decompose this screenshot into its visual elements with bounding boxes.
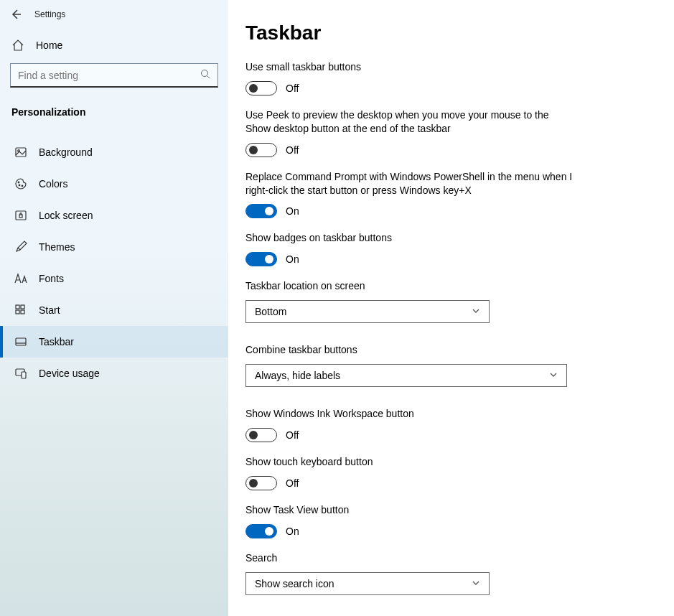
- main-content: Taskbar Use small taskbar buttonsOffUse …: [228, 0, 674, 616]
- search-icon: [200, 69, 210, 81]
- toggle-switch[interactable]: [245, 476, 277, 490]
- app-title: Settings: [34, 9, 65, 19]
- svg-rect-11: [21, 310, 24, 314]
- sidebar-item-label: Background: [39, 146, 93, 158]
- toggle-state-label: Off: [286, 144, 299, 156]
- svg-rect-10: [16, 310, 19, 314]
- toggle-state-label: Off: [286, 429, 299, 441]
- page-title: Taskbar: [245, 22, 674, 45]
- sidebar-item-start[interactable]: Start: [0, 294, 228, 326]
- home-icon: [11, 39, 24, 52]
- toggle-switch[interactable]: [245, 524, 277, 538]
- setting-block: Show Windows Ink Workspace buttonOff: [245, 407, 576, 442]
- svg-point-3: [18, 182, 19, 183]
- lock-icon: [14, 209, 27, 222]
- svg-point-0: [202, 70, 208, 77]
- dropdown-value: Always, hide labels: [255, 370, 340, 381]
- search-wrap: [0, 59, 228, 88]
- toggle-state-label: Off: [286, 477, 299, 489]
- sidebar-item-label: Fonts: [39, 273, 64, 284]
- setting-block: Show Task View buttonOn: [245, 503, 576, 538]
- svg-rect-8: [16, 305, 19, 309]
- taskbar-icon: [14, 335, 27, 348]
- sidebar-item-label: Device usage: [39, 368, 100, 379]
- setting-block: Show badges on taskbar buttonsOn: [245, 231, 576, 266]
- toggle-state-label: On: [286, 205, 299, 217]
- sidebar-item-background[interactable]: Background: [0, 136, 228, 168]
- sidebar: Settings Home Personalization Background…: [0, 0, 228, 616]
- toggle-switch[interactable]: [245, 204, 277, 218]
- titlebar: Settings: [0, 0, 228, 29]
- svg-rect-15: [22, 372, 26, 378]
- palette-icon: [14, 177, 27, 190]
- setting-label: Replace Command Prompt with Windows Powe…: [245, 170, 576, 197]
- setting-label: Use small taskbar buttons: [245, 60, 576, 74]
- toggle-switch[interactable]: [245, 81, 277, 95]
- dropdown-value: Show search icon: [255, 578, 334, 589]
- toggle-state-label: On: [286, 253, 299, 265]
- setting-block: Replace Command Prompt with Windows Powe…: [245, 170, 576, 219]
- dropdown-value: Bottom: [255, 306, 286, 317]
- nav-list: BackgroundColorsLock screenThemesFontsSt…: [0, 123, 228, 389]
- sidebar-item-label: Taskbar: [39, 336, 74, 347]
- sidebar-item-label: Themes: [39, 241, 75, 253]
- svg-rect-12: [16, 338, 26, 345]
- toggle-switch[interactable]: [245, 252, 277, 266]
- setting-block: Combine taskbar buttonsAlways, hide labe…: [245, 343, 576, 387]
- device-icon: [14, 367, 27, 380]
- setting-label: Show Task View button: [245, 503, 576, 517]
- dropdown[interactable]: Always, hide labels: [245, 364, 567, 387]
- svg-rect-7: [19, 215, 22, 218]
- setting-block: Use Peek to preview the desktop when you…: [245, 108, 576, 157]
- search-box[interactable]: [10, 63, 218, 88]
- brush-icon: [14, 241, 27, 253]
- sidebar-item-label: Lock screen: [39, 210, 93, 221]
- setting-label: Show badges on taskbar buttons: [245, 231, 576, 245]
- toggle-state-label: Off: [286, 83, 299, 94]
- dropdown[interactable]: Show search icon: [245, 572, 490, 595]
- setting-block: SearchShow search icon: [245, 551, 576, 595]
- picture-icon: [14, 146, 27, 159]
- svg-point-5: [22, 185, 23, 187]
- search-input[interactable]: [18, 70, 191, 81]
- sidebar-home[interactable]: Home: [0, 29, 228, 59]
- toggle-state-label: On: [286, 526, 299, 537]
- svg-rect-6: [16, 211, 26, 220]
- fonts-icon: [14, 272, 27, 285]
- category-header: Personalization: [0, 88, 228, 123]
- toggle-switch[interactable]: [245, 143, 277, 157]
- chevron-down-icon: [472, 306, 480, 317]
- setting-block: Use small taskbar buttonsOff: [245, 60, 576, 95]
- setting-label: Show touch keyboard button: [245, 455, 576, 469]
- sidebar-item-device-usage[interactable]: Device usage: [0, 358, 228, 389]
- sidebar-item-fonts[interactable]: Fonts: [0, 263, 228, 294]
- svg-point-4: [19, 185, 20, 186]
- sidebar-home-label: Home: [36, 39, 62, 51]
- sidebar-item-taskbar[interactable]: Taskbar: [0, 326, 228, 358]
- chevron-down-icon: [549, 370, 558, 381]
- setting-label: Combine taskbar buttons: [245, 343, 576, 357]
- dropdown[interactable]: Bottom: [245, 300, 490, 323]
- sidebar-item-label: Start: [39, 304, 60, 316]
- svg-rect-9: [21, 305, 24, 309]
- back-button[interactable]: [10, 9, 22, 20]
- setting-block: Taskbar location on screenBottom: [245, 279, 576, 323]
- sidebar-item-label: Colors: [39, 178, 67, 190]
- setting-label: Taskbar location on screen: [245, 279, 576, 293]
- sidebar-item-colors[interactable]: Colors: [0, 168, 228, 200]
- chevron-down-icon: [472, 578, 480, 589]
- start-icon: [14, 304, 27, 317]
- setting-label: Search: [245, 551, 576, 565]
- toggle-switch[interactable]: [245, 428, 277, 442]
- sidebar-item-lock-screen[interactable]: Lock screen: [0, 200, 228, 231]
- setting-block: Show touch keyboard buttonOff: [245, 455, 576, 490]
- setting-label: Show Windows Ink Workspace button: [245, 407, 576, 421]
- setting-label: Use Peek to preview the desktop when you…: [245, 108, 576, 136]
- sidebar-item-themes[interactable]: Themes: [0, 231, 228, 263]
